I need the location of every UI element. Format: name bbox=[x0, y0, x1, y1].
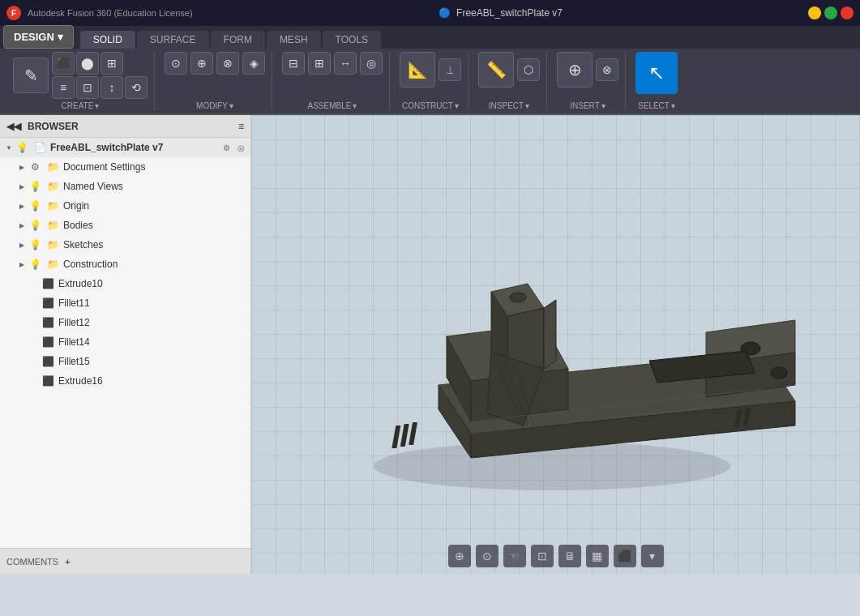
viewport[interactable]: ⊕ ⊙ ☜ ⊡ 🖥 ▦ ⬛ ▾ bbox=[251, 115, 860, 574]
tree-item-origin[interactable]: ▶ 💡 📁 Origin bbox=[0, 196, 250, 216]
tab-surface[interactable]: SURFACE bbox=[137, 31, 209, 49]
orbit-button[interactable]: ⊙ bbox=[476, 545, 498, 567]
sketches-arrow: ▶ bbox=[16, 239, 28, 250]
extrude-button[interactable]: ⬛ bbox=[52, 52, 75, 75]
browser-tree: ▼ 💡 📄 FreeABL_switchPlate v7 ⚙ ◎ ▶ ⚙ 📁 D… bbox=[0, 138, 250, 548]
offset-plane-button[interactable]: 📐 bbox=[400, 52, 435, 88]
pan-button[interactable]: ⊕ bbox=[448, 545, 471, 567]
tree-item-construction[interactable]: ▶ 💡 📁 Construction bbox=[0, 255, 250, 274]
tree-item-fillet15[interactable]: ▶ ⬛ Fillet15 bbox=[0, 352, 250, 371]
browser-title: BROWSER bbox=[28, 121, 79, 132]
construction-label: Construction bbox=[63, 259, 250, 270]
tree-item-doc-settings[interactable]: ▶ ⚙ 📁 Document Settings bbox=[0, 157, 250, 177]
emboss-button[interactable]: ⟲ bbox=[125, 76, 148, 99]
sketches-folder-icon: 📁 bbox=[45, 237, 60, 252]
web-button[interactable]: ↕ bbox=[101, 76, 123, 99]
joint-button[interactable]: ⊞ bbox=[308, 52, 331, 75]
toolbar-group-insert: ⊕ ⊗ INSERT ▾ bbox=[550, 52, 626, 110]
insert-dropdown-icon: ▾ bbox=[601, 101, 605, 110]
shell-button[interactable]: ◈ bbox=[242, 52, 265, 75]
tab-form[interactable]: FORM bbox=[211, 31, 265, 49]
add-comment-btn[interactable]: + bbox=[65, 557, 70, 567]
new-component-button[interactable]: ⊟ bbox=[282, 52, 305, 75]
revolve-button[interactable]: ⬤ bbox=[76, 52, 99, 75]
axis-through-button[interactable]: ⟂ bbox=[439, 58, 461, 81]
rib-button[interactable]: ⊡ bbox=[76, 76, 99, 99]
close-button[interactable] bbox=[841, 6, 854, 19]
decal-button[interactable]: ⊗ bbox=[596, 58, 618, 81]
measure-button[interactable]: 📏 bbox=[478, 52, 514, 88]
loft-button[interactable]: ≡ bbox=[52, 76, 75, 99]
tree-item-fillet11[interactable]: ▶ ⬛ Fillet11 bbox=[0, 293, 250, 313]
file-icon: 🔵 bbox=[439, 7, 451, 19]
more-options-button[interactable]: ▾ bbox=[641, 545, 664, 567]
root-arrow: ▼ bbox=[3, 142, 15, 153]
grid-settings-button[interactable]: ▦ bbox=[586, 545, 609, 567]
root-options-btn[interactable]: ⚙ bbox=[220, 141, 233, 154]
motion-link-button[interactable]: ↔ bbox=[334, 52, 357, 75]
create-icons: ✎ ⬛ ⬤ ⊞ ≡ ⊡ ↕ ⟲ bbox=[13, 52, 148, 99]
interference-button[interactable]: ⬡ bbox=[517, 58, 540, 81]
look-at-button[interactable]: ☜ bbox=[503, 545, 526, 567]
extrude10-label: Extrude10 bbox=[58, 278, 250, 289]
insert-mesh-button[interactable]: ⊕ bbox=[557, 52, 593, 88]
tree-item-named-views[interactable]: ▶ 💡 📁 Named Views bbox=[0, 177, 250, 196]
select-button[interactable]: ↖ bbox=[635, 52, 678, 94]
origin-visibility-icon: 💡 bbox=[28, 199, 42, 213]
main-area: ◀◀ BROWSER ≡ ▼ 💡 📄 FreeABL_switchPlate v… bbox=[0, 115, 860, 574]
app-title: Autodesk Fusion 360 (Education License) bbox=[28, 8, 193, 18]
tree-item-fillet12[interactable]: ▶ ⬛ Fillet12 bbox=[0, 313, 250, 332]
press-pull-icon: ⊙ bbox=[171, 57, 181, 70]
root-label: FreeABL_switchPlate v7 bbox=[50, 142, 220, 153]
maximize-button[interactable] bbox=[824, 6, 837, 19]
named-views-visibility-icon: 💡 bbox=[28, 179, 42, 194]
construction-visibility-icon: 💡 bbox=[28, 257, 42, 272]
extrude10-icon: ⬛ bbox=[41, 276, 55, 291]
zoom-extent-button[interactable]: ⊡ bbox=[531, 545, 554, 567]
insert-label: INSERT ▾ bbox=[570, 101, 605, 110]
doc-settings-label: Document Settings bbox=[63, 161, 250, 173]
3d-model-svg bbox=[293, 174, 819, 515]
tree-item-fillet14[interactable]: ▶ ⬛ Fillet14 bbox=[0, 332, 250, 352]
display-settings-button[interactable]: 🖥 bbox=[558, 545, 581, 567]
rib-2 bbox=[400, 424, 409, 447]
tree-item-extrude10[interactable]: ▶ ⬛ Extrude10 bbox=[0, 274, 250, 293]
tree-item-bodies[interactable]: ▶ 💡 📁 Bodies bbox=[0, 216, 250, 235]
tab-solid[interactable]: SOLID bbox=[80, 31, 135, 49]
measure-icon: 📏 bbox=[486, 60, 507, 79]
origin-folder-icon: 📁 bbox=[45, 199, 60, 213]
shell-icon: ◈ bbox=[250, 57, 259, 70]
tab-mesh[interactable]: MESH bbox=[267, 31, 321, 49]
toolbar-group-select: ↖ SELECT ▾ bbox=[629, 52, 684, 110]
minimize-button[interactable] bbox=[808, 6, 821, 19]
construction-arrow: ▶ bbox=[16, 259, 28, 270]
web-icon: ↕ bbox=[109, 81, 115, 94]
construct-label: CONSTRUCT ▾ bbox=[402, 101, 459, 110]
chamfer-button[interactable]: ⊗ bbox=[216, 52, 239, 75]
design-dropdown[interactable]: DESIGN ▾ bbox=[3, 25, 74, 49]
design-chevron: ▾ bbox=[58, 31, 63, 43]
rib-icon: ⊡ bbox=[83, 81, 92, 94]
sweep-icon: ⊞ bbox=[107, 57, 117, 70]
fillet-button[interactable]: ⊕ bbox=[190, 52, 213, 75]
browser-collapse-icon[interactable]: ◀◀ bbox=[6, 121, 21, 132]
tree-item-root[interactable]: ▼ 💡 📄 FreeABL_switchPlate v7 ⚙ ◎ bbox=[0, 138, 250, 157]
tree-item-sketches[interactable]: ▶ 💡 📁 Sketches bbox=[0, 235, 250, 255]
design-label: DESIGN bbox=[14, 31, 54, 43]
origin-label: Origin bbox=[63, 200, 250, 212]
named-views-arrow: ▶ bbox=[16, 181, 28, 192]
tab-tools[interactable]: TOOLS bbox=[323, 31, 381, 49]
sweep-button[interactable]: ⊞ bbox=[101, 52, 123, 75]
sidebar-bottom: COMMENTS + bbox=[0, 548, 250, 574]
view-cube-button[interactable]: ⬛ bbox=[614, 545, 636, 567]
drive-joints-button[interactable]: ◎ bbox=[360, 52, 383, 75]
root-activate-btn[interactable]: ◎ bbox=[234, 141, 247, 154]
hole-2 bbox=[771, 367, 787, 379]
browser-options-icon[interactable]: ≡ bbox=[238, 121, 244, 132]
offset-plane-icon: 📐 bbox=[408, 60, 428, 79]
tree-item-extrude16[interactable]: ▶ ⬛ Extrude16 bbox=[0, 371, 250, 391]
create-sketch-button[interactable]: ✎ bbox=[13, 58, 49, 93]
loft-icon: ≡ bbox=[60, 81, 66, 94]
press-pull-button[interactable]: ⊙ bbox=[165, 52, 187, 75]
app-icon: F bbox=[6, 6, 21, 20]
